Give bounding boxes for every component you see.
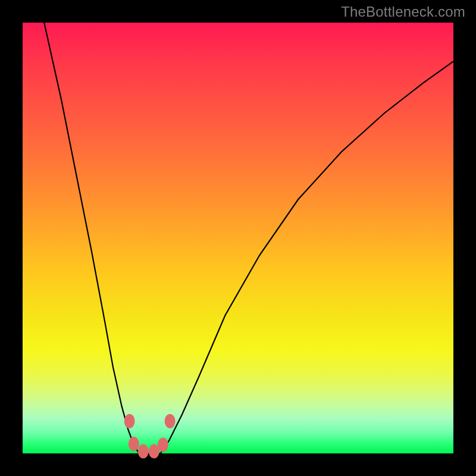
chart-frame: TheBottleneck.com xyxy=(0,0,476,476)
curve-marker xyxy=(138,444,149,458)
curve-markers xyxy=(124,414,176,459)
curve-marker xyxy=(149,444,159,458)
curve-path xyxy=(44,23,453,453)
chart-plot-area xyxy=(23,23,453,453)
curve-marker xyxy=(165,414,176,428)
curve-marker xyxy=(124,414,135,428)
watermark-text: TheBottleneck.com xyxy=(341,4,465,20)
curve-marker xyxy=(158,438,168,452)
curve-marker xyxy=(129,437,139,451)
chart-svg xyxy=(23,23,453,453)
